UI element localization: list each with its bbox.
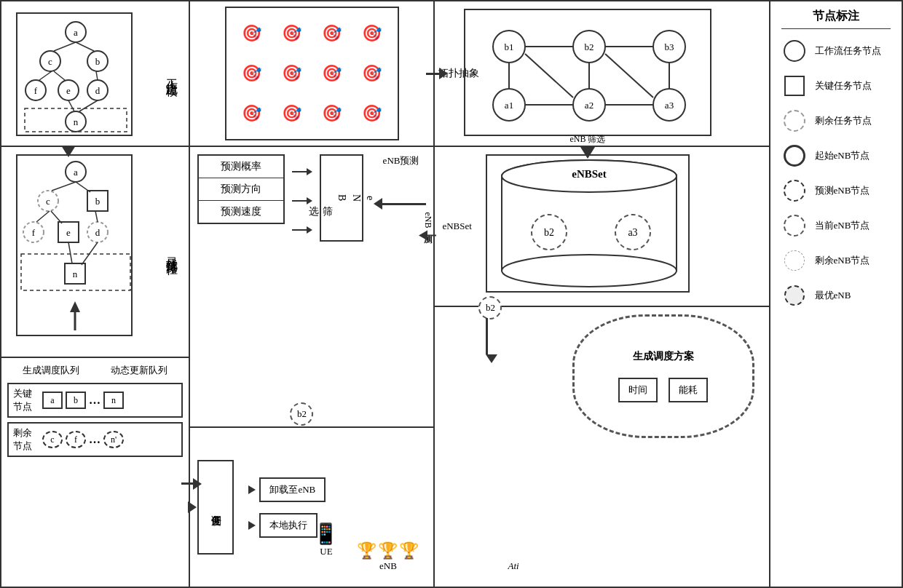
svg-text:e: e (66, 85, 71, 96)
svg-line-16 (39, 71, 52, 80)
legend-label-predict-enb: 预测eNB节点 (815, 184, 870, 197)
legend-title: 节点标注 (781, 9, 891, 29)
svg-line-15 (76, 42, 94, 51)
svg-text:d: d (95, 227, 100, 238)
workflow-tree-svg: a c b f e d n (17, 14, 134, 138)
queue-node-c: c (42, 431, 63, 448)
remaining-nodes-label: 剩余节点 (13, 426, 39, 453)
plan-options: 时间 能耗 (618, 378, 708, 402)
target-icon-10: 🎯 (274, 95, 310, 132)
queue-node-n-prime: n' (103, 431, 124, 448)
target-icon-7: 🎯 (314, 55, 350, 92)
svg-text:a3: a3 (665, 100, 674, 111)
svg-line-65 (525, 54, 573, 98)
task-label-box: 任务调度 (197, 460, 234, 555)
svg-line-37 (76, 182, 90, 192)
enb-icon-3: 🏆 (399, 541, 419, 560)
svg-line-38 (36, 211, 50, 222)
queue-node-n: n (103, 392, 124, 409)
pred-probability: 预测概率 (199, 156, 283, 178)
enb-label: eNB (357, 560, 419, 572)
svg-text:b1: b1 (505, 41, 514, 52)
svg-text:f: f (32, 227, 36, 238)
key-nodes-label: 关键节点 (13, 387, 39, 413)
topo-inner-box: b1 b2 b3 a1 a2 a3 (464, 9, 711, 136)
svg-text:f: f (34, 85, 38, 96)
legend-label-remain-enb: 剩余eNB节点 (815, 254, 870, 267)
target-icon-6: 🎯 (274, 55, 310, 92)
enb-screen-section: 预测概率 预测方向 预测速度 (190, 147, 433, 426)
left-panel: a c b f e d n (1, 1, 190, 587)
target-icon-4: 🎯 (354, 15, 390, 52)
target-icon-9: 🎯 (234, 95, 270, 132)
arrow-from-enb-set (374, 198, 426, 210)
legend-label-current-enb: 当前eNB节点 (815, 219, 870, 232)
workflow-label: 工作流建模 (163, 70, 182, 77)
svg-text:d: d (95, 85, 100, 96)
legend-item-current-enb: 当前eNB节点 (781, 212, 891, 239)
dynamic-update-label: 动态更新队列 (111, 364, 167, 377)
legend-item-best-enb: 最优eNB (781, 282, 891, 309)
plan-option-energy: 能耗 (669, 378, 708, 402)
legend-label-start-enb: 起始eNB节点 (815, 149, 870, 162)
plan-option-time: 时间 (618, 378, 658, 402)
svg-line-18 (96, 71, 98, 80)
legend-icon-current-enb (781, 212, 808, 239)
target-icon-12: 🎯 (354, 95, 390, 132)
legend-item-predict-enb: 预测eNB节点 (781, 178, 891, 204)
svg-line-17 (54, 71, 65, 80)
svg-text:a3: a3 (628, 227, 638, 238)
target-icon-2: 🎯 (274, 15, 310, 52)
gen-plan-label: 生成调度方案 (633, 350, 694, 363)
enb-set-section: eNBSet eNBSet b2 (435, 147, 768, 307)
target-icon-5: 🎯 (234, 55, 270, 92)
svg-text:b3: b3 (665, 41, 674, 52)
target-icon-8: 🎯 (354, 55, 390, 92)
key-nodes-queue: 关键节点 a b … n (7, 383, 183, 418)
task-sched-section: 任务调度 卸载至eNB 本地执行 📱 UE (190, 426, 433, 587)
svg-text:eNBSet: eNBSet (572, 168, 607, 180)
legend-item-start-enb: 起始eNB节点 (781, 143, 891, 169)
svg-text:e: e (66, 227, 71, 238)
queue-node-f: f (66, 431, 86, 448)
task-option-local: 本地执行 (259, 513, 318, 538)
workflow-model-section: a c b f e d n (1, 1, 189, 147)
arrow-right-topology (426, 68, 448, 79)
key-path-svg: a c b f e d (17, 156, 134, 338)
svg-line-66 (605, 54, 653, 98)
sched-plan-section: 生成调度方案 时间 能耗 b2 Ati (435, 307, 768, 587)
legend-icon-predict-enb (781, 178, 808, 204)
b2-node-bottom: b2 (290, 402, 313, 426)
svg-line-14 (54, 42, 76, 51)
svg-text:c: c (46, 196, 50, 207)
legend-icon-workflow (781, 38, 808, 64)
key-path-section: a c b f e d (1, 147, 189, 358)
ati-text: Ati (508, 560, 518, 572)
ue-section: 📱 UE (313, 522, 339, 557)
svg-text:n: n (74, 116, 79, 127)
svg-line-20 (79, 100, 98, 111)
legend-item-key: 关键任务节点 (781, 73, 891, 99)
queue-node-a: a (42, 392, 63, 409)
svg-text:a: a (74, 27, 78, 38)
target-icon-11: 🎯 (314, 95, 350, 132)
b2-circle: b2 (290, 402, 313, 426)
svg-text:a2: a2 (585, 100, 594, 111)
legend-icon-remaining (781, 108, 808, 134)
remaining-nodes-queue: 剩余节点 c f … n' (7, 422, 183, 457)
target-grid: 🎯 🎯 🎯 🎯 🎯 🎯 🎯 🎯 🎯 🎯 🎯 🎯 (225, 7, 399, 140)
svg-line-19 (68, 100, 74, 111)
right-panel: 拓扑抽象 b1 b2 b3 a1 a2 a3 (435, 1, 770, 587)
pred-direction: 预测方向 (199, 178, 283, 201)
svg-text:b2: b2 (585, 41, 594, 52)
legend-label-key: 关键任务节点 (815, 79, 872, 92)
main-container: a c b f e d n (0, 0, 903, 588)
svg-line-40 (95, 211, 98, 222)
enb-icon-1: 🏆 (357, 541, 376, 560)
task-option-offload: 卸载至eNB (259, 477, 326, 502)
svg-line-39 (51, 211, 62, 223)
legend-label-workflow: 工作流任务节点 (815, 44, 881, 57)
enb-screen-text: eNB 筛选 (569, 133, 605, 146)
legend-icon-start-enb (781, 143, 808, 169)
svg-text:a1: a1 (505, 100, 513, 111)
